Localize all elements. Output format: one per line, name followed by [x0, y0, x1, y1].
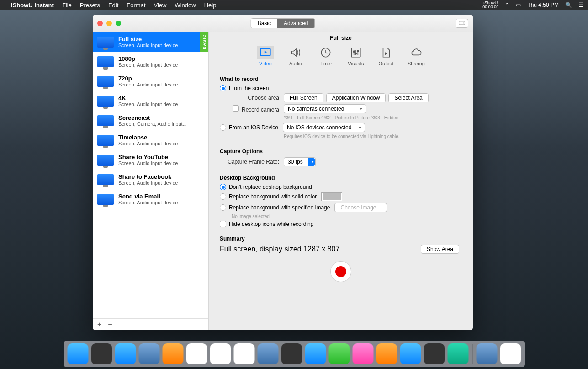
bg-image-radio[interactable] — [220, 204, 226, 211]
no-image-hint: No image selected. — [220, 214, 462, 219]
monitor-icon — [97, 174, 114, 185]
preset-list: Full sizeScreen, Audio input deviceBASIC… — [93, 32, 208, 318]
record-camera-label: Record camera — [242, 107, 279, 113]
dock-itunes[interactable] — [352, 343, 373, 364]
dock-facetime[interactable] — [328, 343, 350, 364]
preset-1080p[interactable]: 1080pScreen, Audio input device — [93, 52, 208, 71]
mode-advanced[interactable]: Advanced — [277, 19, 314, 28]
menu-file[interactable]: File — [62, 2, 72, 9]
airplay-icon[interactable]: ▭ — [516, 2, 521, 8]
choose-image-button[interactable]: Choose Image... — [334, 203, 387, 212]
ios-hint: Requires iOS device to be connected via … — [284, 134, 462, 139]
clock-icon — [320, 47, 332, 59]
svg-point-5 — [353, 51, 355, 52]
dock-contacts[interactable] — [162, 343, 183, 364]
preset-share-to-youtube[interactable]: Share to YouTubeScreen, Audio input devi… — [93, 150, 208, 170]
preset-screencast[interactable]: ScreencastScreen, Camera, Audio input... — [93, 111, 208, 130]
preset-title: Share to YouTube — [118, 154, 204, 160]
dock-ibooks[interactable] — [376, 343, 397, 364]
mode-segmented: Basic Advanced — [251, 18, 315, 28]
full-screen-button[interactable]: Full Screen — [284, 93, 323, 102]
preset-subtitle: Screen, Audio input device — [118, 62, 204, 68]
ios-device-select[interactable]: No iOS devices connected — [283, 123, 365, 132]
select-area-button[interactable]: Select Area — [388, 93, 428, 102]
menu-help[interactable]: Help — [204, 2, 217, 9]
monitor-icon — [97, 96, 114, 107]
application-window-button[interactable]: Application Window — [326, 93, 386, 102]
tab-timer[interactable]: Timer — [317, 46, 334, 66]
preset-title: Screencast — [118, 114, 204, 121]
dock-finder[interactable] — [67, 343, 88, 364]
mode-basic[interactable]: Basic — [251, 19, 277, 28]
menu-presets[interactable]: Presets — [80, 2, 100, 9]
menu-view[interactable]: View — [154, 2, 167, 9]
bg-image-label: Replace background with specified image — [229, 204, 330, 211]
preset-subtitle: Screen, Audio input device — [118, 141, 204, 146]
bg-solid-label: Replace background with solid color — [229, 193, 317, 200]
bg-dont-replace-radio[interactable] — [220, 184, 226, 190]
tab-output[interactable]: Output — [377, 46, 395, 66]
monitor-icon — [97, 135, 114, 146]
dock-ishowu[interactable] — [447, 343, 468, 364]
dock-appstore[interactable] — [400, 343, 421, 364]
tab-visuals[interactable]: Visuals — [347, 46, 365, 66]
dock-reminders[interactable] — [233, 343, 254, 364]
dock-calendar[interactable] — [186, 343, 207, 364]
dock-mail[interactable] — [138, 343, 159, 364]
dock-preferences[interactable] — [424, 343, 445, 364]
preset-subtitle: Screen, Camera, Audio input... — [118, 121, 204, 127]
preset-share-to-facebook[interactable]: Share to FacebookScreen, Audio input dev… — [93, 170, 208, 189]
dock-messages[interactable] — [305, 343, 326, 364]
record-button[interactable] — [330, 261, 351, 282]
sliders-icon — [350, 47, 362, 59]
preset-timelapse[interactable]: TimelapseScreen, Audio input device — [93, 130, 208, 150]
add-preset-button[interactable]: + — [97, 321, 101, 329]
tab-video[interactable]: Video — [257, 46, 274, 66]
menu-format[interactable]: Format — [127, 2, 145, 9]
expand-button[interactable] — [456, 19, 468, 28]
dock-photos[interactable] — [281, 343, 302, 364]
close-button[interactable] — [97, 21, 103, 26]
menu-window[interactable]: Window — [175, 2, 196, 9]
summary-text: Full screen, display sized 588 x 369 — [220, 245, 339, 253]
dock-trash[interactable] — [500, 343, 521, 364]
dock-maps[interactable] — [257, 343, 278, 364]
dock-safari[interactable] — [115, 343, 136, 364]
record-camera-checkbox[interactable] — [233, 105, 239, 112]
dock-launchpad[interactable] — [91, 343, 112, 364]
preset-720p[interactable]: 720pScreen, Audio input device — [93, 71, 208, 91]
frame-rate-select[interactable]: 30 fps — [284, 157, 316, 166]
camera-select[interactable]: No cameras connected — [284, 104, 366, 113]
bluetooth-icon[interactable]: ⌃ — [505, 2, 509, 8]
spotlight-icon[interactable]: 🔍 — [565, 2, 572, 8]
show-area-button[interactable]: Show Area — [421, 245, 459, 254]
hide-icons-checkbox[interactable] — [220, 221, 226, 227]
from-ios-radio[interactable] — [220, 124, 226, 131]
preset-4k[interactable]: 4KScreen, Audio input device — [93, 91, 208, 111]
clock[interactable]: Thu 4:50 PM — [527, 2, 559, 8]
remove-preset-button[interactable]: − — [108, 321, 112, 329]
summary-heading: Summary — [220, 235, 462, 242]
zoom-button[interactable] — [116, 21, 121, 26]
app-menu[interactable]: iShowU Instant — [11, 2, 54, 9]
preset-title: 1080p — [118, 55, 204, 62]
menu-edit[interactable]: Edit — [108, 2, 118, 9]
tab-sharing[interactable]: Sharing — [408, 46, 425, 66]
status-ishowu[interactable]: iShowU00:00:00 — [482, 1, 498, 9]
notifications-icon[interactable]: ☰ — [578, 2, 583, 8]
dock-notes[interactable] — [210, 343, 231, 364]
dock-downloads[interactable] — [476, 343, 497, 364]
play-icon — [260, 47, 271, 59]
preset-title: 4K — [118, 95, 204, 102]
preset-subtitle: Screen, Audio input device — [118, 102, 204, 107]
from-screen-radio[interactable] — [220, 85, 226, 91]
tab-audio[interactable]: Audio — [287, 46, 304, 66]
preset-full-size[interactable]: Full sizeScreen, Audio input deviceBASIC — [93, 32, 208, 52]
minimize-button[interactable] — [106, 21, 112, 26]
preset-send-via-email[interactable]: Send via EmailScreen, Audio input device — [93, 189, 208, 209]
bg-color-well[interactable] — [321, 192, 342, 201]
file-icon — [380, 47, 392, 59]
shortcuts-hint: ^⌘1 - Full Screen ^⌘2 - Picture In Pictu… — [284, 115, 462, 120]
monitor-icon — [97, 76, 114, 87]
bg-solid-radio[interactable] — [220, 193, 226, 200]
